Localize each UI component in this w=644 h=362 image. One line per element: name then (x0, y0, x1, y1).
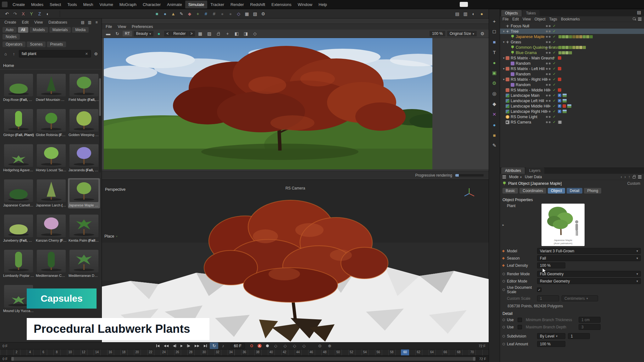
enabled-check-icon[interactable]: ✓ (553, 40, 557, 44)
menu-render[interactable]: Render (227, 1, 247, 8)
ruler-tick[interactable]: 58 (390, 350, 393, 354)
pass-dropdown[interactable]: Beauty▾ (134, 31, 153, 36)
undo-icon[interactable]: ↶ (3, 10, 11, 17)
filter-icon[interactable] (638, 19, 641, 19)
visibility-dots[interactable] (546, 41, 551, 43)
custom-scale-field[interactable]: 1 (537, 295, 559, 301)
ruler-tick[interactable]: 52 (350, 350, 353, 354)
subdivision-level-field[interactable]: 1 (568, 333, 590, 339)
asset-item[interactable]: Japanese Maple (Fall, Plant) (68, 178, 100, 208)
filter-models[interactable]: Models (30, 27, 48, 33)
filter-auto[interactable]: Auto (3, 27, 17, 33)
enabled-check-icon[interactable]: ✓ (553, 35, 557, 39)
filter-nodes[interactable]: Nodes (3, 34, 20, 40)
enabled-check-icon[interactable]: ✓ (553, 24, 557, 28)
render-settings-gear-icon[interactable]: ⚙ (479, 30, 486, 37)
ruler-tick[interactable]: 28 (189, 350, 192, 354)
object-row[interactable]: Landscape Left Hill✓F (500, 98, 644, 103)
menu-select[interactable]: Select (47, 1, 64, 8)
enabled-check-icon[interactable]: ✓ (553, 99, 557, 103)
simulate-cube-icon[interactable]: ▣ (490, 69, 498, 77)
user-icon[interactable]: ● (478, 10, 486, 17)
ab-menu-edit[interactable]: Edit (19, 19, 31, 25)
asset-item[interactable]: Hedgehog Agave (Fall, Plant) (3, 143, 35, 173)
object-row[interactable]: Random✓ (500, 71, 644, 77)
ruler-tick[interactable]: 16 (108, 350, 112, 354)
axis-x-lock[interactable]: X (19, 10, 27, 17)
render-region-icon[interactable]: ▧ (251, 10, 259, 17)
search-input[interactable] (22, 52, 83, 56)
workplane-icon[interactable]: ◇ (235, 10, 242, 17)
object-row[interactable]: Blue Grama✓ (500, 50, 644, 55)
search-icon[interactable] (633, 17, 636, 21)
subdivision-mode-dropdown[interactable]: By Level▾ (537, 333, 565, 339)
ruler-tick[interactable]: 50 (336, 350, 340, 354)
tiles-icon[interactable]: ▨ (206, 30, 213, 37)
terrain-icon[interactable] (563, 110, 567, 113)
asset-item[interactable]: Field Maple (Fall, Plant) (68, 73, 100, 103)
object-row[interactable]: Japanese Maple✓ (500, 34, 644, 39)
visibility-dots[interactable] (546, 52, 551, 54)
terrain-icon[interactable] (563, 94, 567, 97)
lock-aspect-icon[interactable] (215, 30, 222, 37)
disabled-icon-1[interactable]: ● (219, 10, 226, 17)
om-menu-edit[interactable]: Edit (512, 17, 519, 21)
ruler-tick[interactable]: 24 (162, 350, 166, 354)
palette-icon[interactable]: ▥ (462, 10, 469, 17)
asset-scrollbar[interactable] (99, 78, 101, 173)
max-branch-depth-field[interactable]: 3 (579, 324, 601, 330)
enabled-check-icon[interactable]: ✓ (553, 77, 557, 81)
enabled-check-icon[interactable]: ✓ (553, 120, 557, 124)
menu-simulate[interactable]: Simulate (185, 1, 208, 8)
attr-tab-object[interactable]: Object (548, 188, 565, 194)
magnet-icon[interactable]: ◆ (186, 10, 193, 17)
visibility-dots[interactable] (546, 68, 551, 70)
interface-switch-icon[interactable] (460, 2, 468, 7)
range-slider[interactable] (11, 357, 475, 361)
key-scale-toggle[interactable]: ◇ (281, 343, 289, 349)
expander-icon[interactable]: ▾ (502, 40, 506, 44)
model-dropdown[interactable]: Variant 3 Full-Grown▾ (537, 248, 641, 254)
filter-operators[interactable]: Operators (3, 41, 25, 47)
anim-dot[interactable] (502, 319, 507, 321)
visibility-dots[interactable] (546, 79, 551, 80)
goto-end-button[interactable] (202, 343, 208, 348)
om-menu-tags[interactable]: Tags (549, 17, 557, 21)
tab-takes[interactable]: Takes (522, 10, 540, 16)
menu-mograph[interactable]: MoGraph (116, 1, 140, 8)
visibility-dots[interactable] (546, 89, 551, 91)
enabled-check-icon[interactable]: ✓ (553, 56, 557, 60)
simulate-settings-icon[interactable]: ⚙ (490, 80, 498, 87)
zoom-level[interactable]: 100 % (430, 31, 445, 36)
add-marker-button[interactable]: ⊕ (325, 343, 334, 349)
object-row[interactable]: ▾RS Matrix - Main Ground✓ (500, 55, 644, 61)
ftag-icon[interactable]: F (558, 94, 561, 97)
panel-options-icon[interactable] (638, 177, 641, 177)
menu-mesh[interactable]: Mesh (80, 1, 97, 8)
object-row[interactable]: ▾Grass✓ (500, 39, 644, 45)
editor-mode-dropdown[interactable]: Render Geometry▾ (537, 278, 641, 284)
disabled-icon-2[interactable]: ● (227, 10, 234, 17)
anim-dot[interactable] (502, 326, 507, 328)
visibility-dots[interactable] (546, 95, 551, 96)
menu-tools[interactable]: Tools (64, 1, 80, 8)
asset-item[interactable]: Ginkgo (Fall, Plant) (3, 108, 35, 138)
axis-icon[interactable]: + (194, 10, 202, 17)
menu-create[interactable]: Create (9, 1, 28, 8)
goto-start-button[interactable] (155, 343, 161, 348)
object-row[interactable]: Focus Null✓ (500, 23, 644, 29)
visibility-dots[interactable] (546, 47, 551, 48)
menu-animate[interactable]: Animate (164, 1, 185, 8)
list-view-icon[interactable]: ▥ (86, 19, 93, 25)
ruler-tick[interactable]: 48 (323, 350, 326, 354)
ruler-tick[interactable]: 18 (122, 350, 125, 354)
loop-button[interactable]: ↻ (210, 343, 218, 349)
tab-attributes[interactable]: Attributes (501, 167, 525, 174)
delete-icon[interactable]: ✕ (490, 111, 498, 118)
object-row[interactable]: RS Matrix - Middle Hill✓ (500, 87, 644, 93)
layout-icon[interactable]: ▤ (453, 10, 461, 17)
object-row[interactable]: Random✓ (500, 82, 644, 87)
search-box[interactable]: ✕ (19, 50, 91, 58)
camera-label[interactable]: RS Camera (102, 186, 489, 190)
next-key-button[interactable] (193, 344, 201, 348)
